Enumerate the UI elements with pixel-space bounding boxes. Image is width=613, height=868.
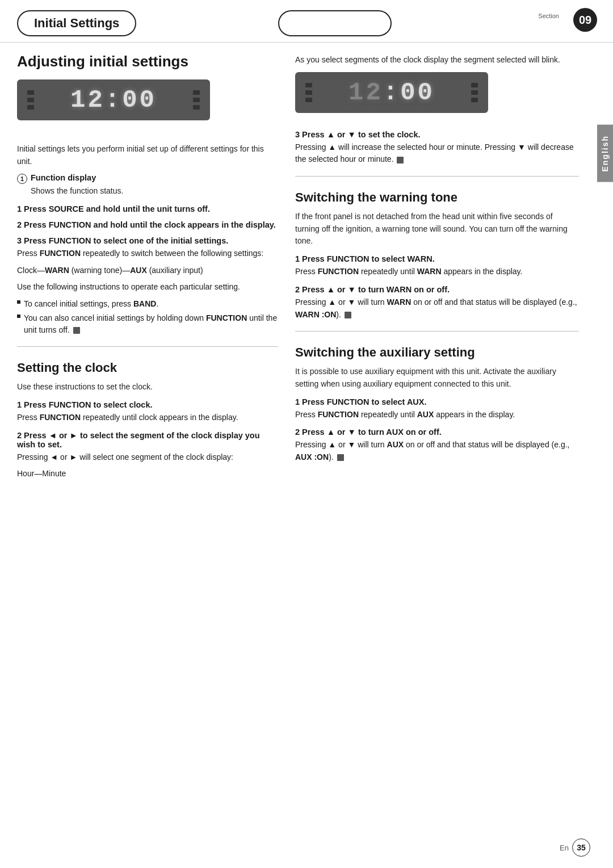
adjusting-title: Adjusting initial settings [17, 53, 278, 70]
clock-display: 12:00 [17, 79, 210, 120]
step3-body2: Use the following instructions to operat… [17, 281, 278, 293]
bullet1-text: To cancel initial settings, press BAND. [24, 298, 158, 310]
divider-1 [17, 346, 278, 347]
main-content: Adjusting initial settings 12:00 [0, 48, 613, 502]
stop-icon-2 [397, 157, 404, 163]
bar9 [305, 98, 312, 102]
setting-clock-title: Setting the clock [17, 360, 278, 375]
page-footer: En 35 [560, 838, 590, 857]
function-display-label: 1 Function display [17, 173, 278, 184]
bar8 [305, 90, 312, 95]
footer-en-label: En [560, 844, 569, 852]
bar4 [193, 90, 200, 95]
clock-colon: : [383, 78, 400, 107]
clock-step2-body: Pressing ◄ or ► will select one segment … [17, 451, 278, 464]
bar2 [27, 98, 34, 102]
clock-step1-heading: 1 Press FUNCTION to select clock. [17, 400, 278, 409]
stop-icon-3 [345, 312, 351, 318]
clock-minutes: 00 [400, 78, 435, 107]
bar11 [471, 90, 478, 95]
sidebar-language-label: English [597, 125, 613, 182]
bar12 [471, 98, 478, 102]
aux-step2-heading: 2 Press ▲ or ▼ to turn AUX on or off. [295, 427, 579, 437]
circled-1: 1 [17, 174, 27, 184]
clock-step3-intro: As you select segments of the clock disp… [295, 54, 579, 66]
bar1 [27, 90, 34, 95]
warning-tone-intro: If the front panel is not detached from … [295, 211, 579, 248]
warn-step1-body: Press FUNCTION repeatedly until WARN app… [295, 266, 579, 278]
step3-body: Press FUNCTION repeatedly to switch betw… [17, 248, 278, 260]
bullet1: To cancel initial settings, press BAND. [17, 298, 278, 310]
warning-tone-title: Switching the warning tone [295, 190, 579, 205]
clock-step3-heading: 3 Press ▲ or ▼ to set the clock. [295, 130, 579, 139]
clock-step1-body: Press FUNCTION repeatedly until clock ap… [17, 412, 278, 424]
left-bars [27, 90, 34, 110]
right-left-bars [305, 83, 312, 102]
right-column: As you select segments of the clock disp… [295, 48, 596, 485]
stop-icon-4 [337, 454, 344, 461]
clock-display-blinking: 12:00 [295, 72, 488, 113]
auxiliary-title: Switching the auxiliary setting [295, 345, 579, 360]
step2-heading: 2 Press FUNCTION and hold until the cloc… [17, 220, 278, 229]
clock-intro: Use these instructions to set the clock. [17, 381, 278, 393]
bar7 [305, 83, 312, 87]
bullet-square-1 [17, 300, 20, 304]
right-right-bars [471, 83, 478, 102]
step3-list: Clock—WARN (warning tone)—AUX (auxiliary… [17, 265, 278, 277]
right-bars [193, 90, 200, 110]
bullet2-text: You can also cancel initial settings by … [24, 312, 278, 336]
section-number: 09 [573, 8, 597, 32]
divider-2 [295, 176, 579, 177]
section-label: Section [538, 12, 559, 19]
footer-page-number: 35 [572, 838, 590, 857]
clock-blinking-display: 12:00 [349, 78, 435, 107]
bullet-square-2 [17, 315, 20, 318]
function-display-title: Function display [31, 173, 96, 182]
aux-step1-heading: 1 Press FUNCTION to select AUX. [295, 397, 579, 406]
step1-heading: 1 Press SOURCE and hold until the unit t… [17, 204, 278, 213]
page-container: Initial Settings Section 09 English Adju… [0, 0, 613, 868]
clock-step2-heading: 2 Press ◄ or ► to select the segment of … [17, 431, 278, 449]
aux-step1-body: Press FUNCTION repeatedly until AUX appe… [295, 409, 579, 421]
intro-text: Initial settings lets you perform initia… [17, 143, 278, 167]
bar10 [471, 83, 478, 87]
bar3 [27, 105, 34, 110]
bullet2: You can also cancel initial settings by … [17, 312, 278, 336]
blink-hour: 12 [349, 78, 383, 107]
aux-step2-body: Pressing ▲ or ▼ will turn AUX on or off … [295, 439, 579, 463]
right-display-wrapper: 12:00 [295, 72, 579, 113]
clock-step2-list: Hour—Minute [17, 468, 278, 480]
clock-step3-body: Pressing ▲ will increase the selected ho… [295, 141, 579, 166]
display-wrapper: 12:00 1 [17, 79, 278, 120]
warn-step1-heading: 1 Press FUNCTION to select WARN. [295, 254, 579, 263]
warn-step2-heading: 2 Press ▲ or ▼ to turn WARN on or off. [295, 285, 579, 294]
initial-settings-badge: Initial Settings [17, 10, 136, 36]
header: Initial Settings Section 09 [0, 0, 613, 43]
function-display-desc: Shows the function status. [31, 185, 278, 198]
clock-time-display: 12:00 [70, 86, 157, 114]
step3-heading: 3 Press FUNCTION to select one of the in… [17, 236, 278, 245]
left-column: Adjusting initial settings 12:00 [17, 48, 278, 485]
bar6 [193, 105, 200, 110]
header-oval [278, 10, 392, 36]
warn-step2-body: Pressing ▲ or ▼ will turn WARN on or off… [295, 296, 579, 321]
stop-icon [73, 327, 80, 334]
divider-3 [295, 331, 579, 332]
bar5 [193, 98, 200, 102]
auxiliary-intro: It is possible to use auxiliary equipmen… [295, 366, 579, 390]
